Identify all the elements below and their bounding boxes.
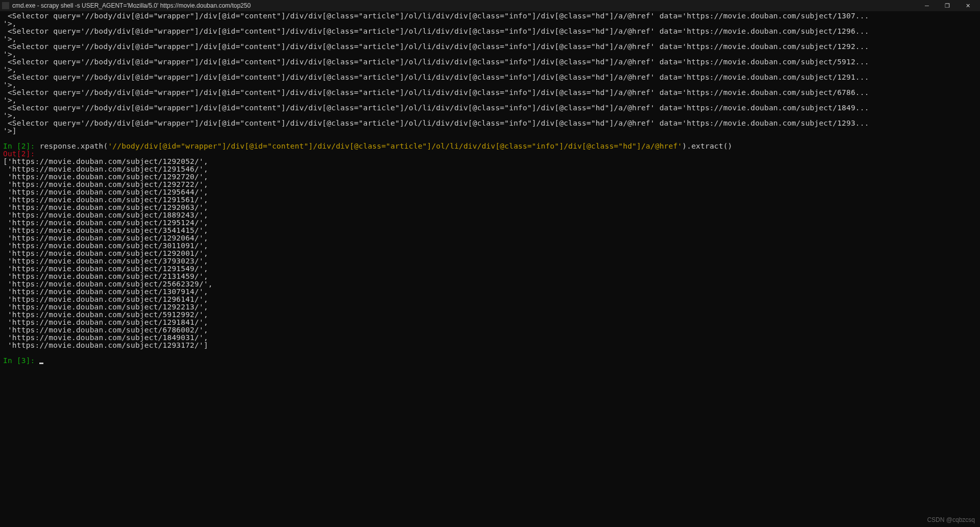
selector-line: <Selector query='//body/div[@id="wrapper… (3, 58, 869, 66)
cursor (39, 363, 43, 364)
maximize-button[interactable]: ❐ (937, 0, 958, 11)
minimize-button[interactable]: ─ (917, 0, 937, 11)
selector-line: <Selector query='//body/div[@id="wrapper… (3, 42, 869, 51)
terminal-output[interactable]: <Selector query='//body/div[@id="wrapper… (0, 11, 980, 366)
selector-line: <Selector query='//body/div[@id="wrapper… (3, 88, 869, 97)
method-call: response.xpath( (39, 142, 108, 150)
selector-line: <Selector query='//body/div[@id="wrapper… (3, 27, 869, 35)
selector-line: <Selector query='//body/div[@id="wrapper… (3, 73, 869, 81)
selector-line: <Selector query='//body/div[@id="wrapper… (3, 12, 869, 20)
url-list-output: ['https://movie.douban.com/subject/12920… (3, 157, 213, 349)
window-titlebar: cmd.exe - scrapy shell -s USER_AGENT='Mo… (0, 0, 980, 11)
window-title: cmd.exe - scrapy shell -s USER_AGENT='Mo… (12, 2, 917, 10)
selector-line: <Selector query='//body/div[@id="wrapper… (3, 119, 869, 127)
cmd-icon (2, 2, 9, 9)
output-prompt-label: Out[2]: (3, 150, 35, 158)
input-prompt-label: In [2]: (3, 142, 39, 150)
watermark: CSDN @cqbzcsq (927, 516, 975, 524)
close-button[interactable]: ✕ (958, 0, 978, 11)
xpath-argument: '//body/div[@id="wrapper"]/div[@id="cont… (108, 142, 682, 150)
selector-line: <Selector query='//body/div[@id="wrapper… (3, 104, 869, 112)
method-end: ).extract() (682, 142, 732, 150)
window-controls: ─ ❐ ✕ (917, 0, 978, 11)
next-input-prompt: In [3]: (3, 356, 39, 365)
